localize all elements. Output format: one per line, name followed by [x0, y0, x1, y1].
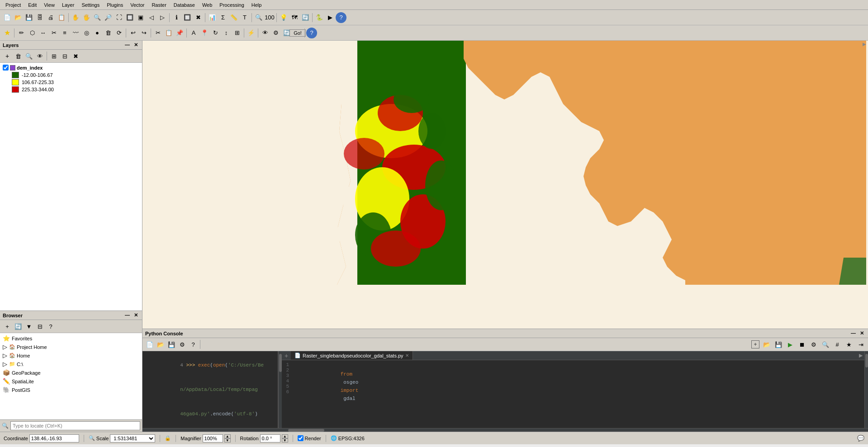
label-rotate-button[interactable]: ↻ [210, 28, 221, 38]
render-checkbox[interactable] [298, 435, 304, 441]
help2-button[interactable]: ? [306, 28, 317, 38]
zoom-next-button[interactable]: ▷ [157, 12, 168, 23]
menu-layer[interactable]: Layer [58, 1, 78, 9]
python-close-button[interactable]: ✕ [859, 330, 865, 336]
scale-select[interactable]: 1:5313481 [110, 434, 155, 442]
python-console-button[interactable]: 🐍 [314, 12, 325, 23]
save-as-button[interactable]: 🗄 [34, 12, 45, 23]
cut-button[interactable]: ✂ [152, 28, 163, 38]
python-minimize-button[interactable]: — [849, 330, 857, 336]
move-feature-button[interactable]: ↔ [38, 28, 48, 38]
zoom-percent-button[interactable]: 100 [264, 12, 275, 23]
save-project-button[interactable]: 💾 [24, 12, 34, 23]
python-save-button[interactable]: 💾 [166, 339, 177, 350]
reshape-button[interactable]: ⟳ [114, 28, 124, 38]
layer-group-row[interactable]: dem_index [1, 64, 141, 71]
delete-button[interactable]: 🗑 [103, 28, 114, 38]
editor-add-tab-button[interactable]: + [751, 340, 759, 348]
editor-hscrollbar[interactable] [142, 428, 868, 432]
digitize-button[interactable]: ✏ [16, 28, 27, 38]
menu-raster[interactable]: Raster [148, 1, 170, 9]
macro-button[interactable]: ▶ [325, 12, 336, 23]
rotation-up-button[interactable]: ▲ [282, 434, 288, 438]
rotation-input[interactable] [260, 434, 280, 442]
menu-help[interactable]: Help [248, 1, 266, 9]
undo-button[interactable]: ↩ [128, 28, 138, 38]
menu-processing[interactable]: Processing [216, 1, 247, 9]
new-map-button[interactable]: 🗺 [289, 12, 300, 23]
console-scrollbar-thumb[interactable] [279, 354, 282, 372]
browser-geopackage[interactable]: 📦 GeoPackage [1, 368, 141, 377]
editor-scrollbar-thumb[interactable] [865, 354, 868, 367]
label-move-button[interactable]: ↕ [221, 28, 232, 38]
go-button[interactable]: Go! [292, 28, 303, 38]
zoom-full-button[interactable]: ⛶ [114, 12, 124, 23]
browser-project-home[interactable]: ▷ 🏠 Project Home [1, 343, 141, 351]
run-button[interactable]: ▶ [785, 339, 796, 350]
simplify-button[interactable]: 〰 [70, 28, 81, 38]
print-layout-button[interactable]: 📋 [56, 12, 67, 23]
pan-map-button[interactable]: 🖐 [81, 12, 92, 23]
browser-help-button[interactable]: ? [45, 321, 56, 332]
menu-project[interactable]: Project [2, 1, 24, 9]
identify-button[interactable]: ℹ [171, 12, 182, 23]
editor-tab-close-button[interactable]: ✕ [405, 353, 409, 358]
node-tool-button[interactable]: ⬡ [27, 28, 38, 38]
gauge-button[interactable]: 📏 [228, 12, 239, 23]
browser-home[interactable]: ▷ 🏠 Home [1, 351, 141, 360]
find-button[interactable]: 🔍 [820, 339, 831, 350]
go-label[interactable]: Go! [289, 29, 306, 37]
text-tool-button[interactable]: T [239, 12, 250, 23]
search-input[interactable] [10, 421, 140, 430]
quick-zoom-button[interactable]: 🔍 [253, 12, 264, 23]
browser-filter-button[interactable]: ▼ [24, 321, 34, 332]
menu-vector[interactable]: Vector [127, 1, 148, 9]
browser-postgis[interactable]: 🐘 PostGIS [1, 386, 141, 394]
editor-new-file-button[interactable]: + [282, 352, 291, 359]
layers-close-button[interactable]: ✕ [133, 42, 139, 48]
map-canvas[interactable]: ▶ [142, 41, 868, 329]
collapse-all-button[interactable]: ⊟ [59, 51, 70, 61]
menu-database[interactable]: Database [170, 1, 199, 9]
python-input-area[interactable]: 4 >>> exec(open('C:/Users/Be n/AppData/L… [142, 351, 278, 428]
map-theme-button[interactable]: 👁 [260, 28, 270, 38]
python-help-button[interactable]: ? [188, 339, 199, 350]
magnifier-input[interactable] [203, 434, 223, 442]
zoom-selection-button[interactable]: 🔲 [124, 12, 135, 23]
menu-settings[interactable]: Settings [78, 1, 103, 9]
label-tool-button[interactable]: A [188, 28, 199, 38]
browser-collapse-button[interactable]: ⊟ [34, 321, 45, 332]
deselect-button[interactable]: ✖ [193, 12, 204, 23]
settings-button[interactable]: # [832, 339, 843, 350]
zoom-out-button[interactable]: 🔎 [103, 12, 114, 23]
menu-plugins[interactable]: Plugins [103, 1, 127, 9]
menu-edit[interactable]: Edit [24, 1, 40, 9]
paste-features-button[interactable]: 📌 [174, 28, 185, 38]
bookmark-button[interactable]: ★ [844, 339, 854, 350]
open-project-button[interactable]: 📂 [13, 12, 24, 23]
new-project-button[interactable]: 📄 [2, 12, 13, 23]
layers-minimize-button[interactable]: — [123, 42, 131, 48]
browser-add-button[interactable]: + [2, 321, 13, 332]
python-new-button[interactable]: 📄 [144, 339, 155, 350]
browser-c-drive[interactable]: ▷ 📁 C:\ [1, 360, 141, 368]
epsg-status[interactable]: 🌐 EPSG:4326 [331, 435, 365, 441]
filter-button[interactable]: ⚙ [270, 28, 281, 38]
editor-content[interactable]: 1 2 3 4 5 6 from osgeo import [282, 360, 864, 428]
magnifier-up-button[interactable]: ▲ [224, 434, 231, 438]
editor-scrollbar[interactable] [864, 351, 868, 428]
python-open-button[interactable]: 📂 [155, 339, 166, 350]
coordinate-input[interactable] [29, 434, 79, 442]
select-button[interactable]: 🔲 [182, 12, 193, 23]
menu-web[interactable]: Web [199, 1, 216, 9]
layer-visibility-button[interactable]: 👁 [34, 51, 45, 61]
redo-button[interactable]: ↪ [138, 28, 149, 38]
feature-action-button[interactable]: ⚡ [246, 28, 256, 38]
editor-active-tab[interactable]: 📄 Raster_singlebandpseudocolor_gdal_stat… [291, 351, 413, 360]
add-layer-button[interactable]: + [2, 51, 13, 61]
menu-view[interactable]: View [40, 1, 58, 9]
remove-layer-button[interactable]: 🗑 [13, 51, 24, 61]
zoom-last-button[interactable]: ◁ [146, 12, 157, 23]
magnifier-down-button[interactable]: ▼ [224, 438, 231, 442]
fill-ring-button[interactable]: ● [92, 28, 103, 38]
